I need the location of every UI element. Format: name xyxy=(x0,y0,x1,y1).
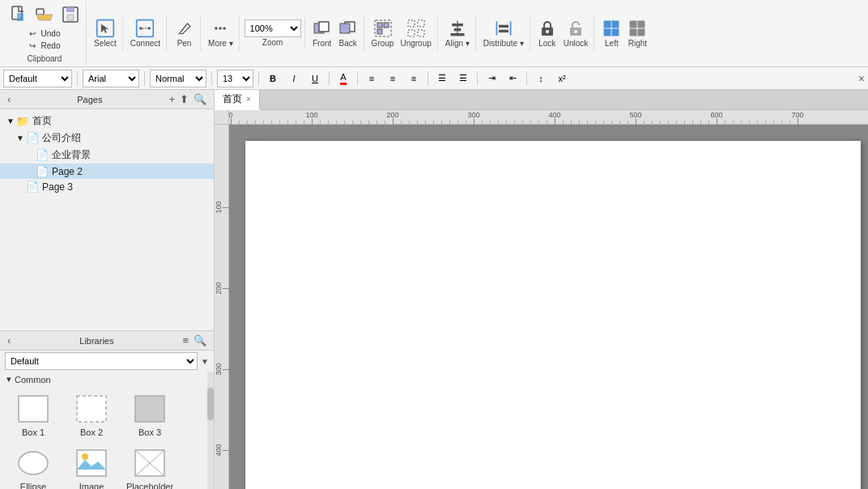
pages-collapse-icon[interactable]: ‹ xyxy=(5,92,13,106)
svg-rect-24 xyxy=(408,20,415,27)
separator4 xyxy=(258,71,259,86)
style-select[interactable]: Default xyxy=(3,70,72,87)
ungroup-button[interactable]: Ungroup xyxy=(398,17,433,49)
align-center-btn[interactable]: ≡ xyxy=(384,70,402,87)
page2-label: Page 2 xyxy=(52,166,83,177)
tree-item-home[interactable]: ▼ 📁 首页 xyxy=(0,113,214,130)
svg-marker-7 xyxy=(101,24,108,33)
style2-select[interactable]: Normal xyxy=(150,70,206,87)
lib-scrollbar-thumb[interactable] xyxy=(207,388,214,420)
front-back-group: Front Back xyxy=(307,15,364,51)
lib-scrollbar-track xyxy=(207,372,214,489)
outdent-btn[interactable]: ⇤ xyxy=(504,70,521,87)
unlock-button[interactable]: Unlock xyxy=(561,17,591,49)
lib-search-icon[interactable]: 🔍 xyxy=(191,334,209,347)
svg-rect-1 xyxy=(17,13,23,21)
more-group: More ▾ xyxy=(202,15,240,51)
group-button[interactable]: Group xyxy=(369,17,397,49)
pages-import-icon[interactable]: ⬆ xyxy=(177,92,191,106)
size-select[interactable]: 13 xyxy=(217,70,253,87)
common-section-header[interactable]: ▾ Common xyxy=(0,372,214,387)
svg-rect-50 xyxy=(77,450,106,476)
tree-item-page3[interactable]: 📄 Page 3 xyxy=(0,179,214,194)
align-button[interactable]: Align ▾ xyxy=(443,17,472,49)
libraries-header: ‹ Libraries ≡ 🔍 xyxy=(0,331,214,351)
canvas-container[interactable]: 0100200300400500600700 100200300400 xyxy=(215,110,868,489)
svg-rect-47 xyxy=(77,396,106,422)
lib-item-ellipse[interactable]: Ellipse xyxy=(6,444,60,489)
lock-button[interactable]: Lock xyxy=(535,17,560,49)
tree-item-intro[interactable]: ▼ 📄 公司介绍 xyxy=(0,130,214,147)
front-button[interactable]: Front xyxy=(310,17,334,49)
superscript-btn[interactable]: x² xyxy=(553,70,571,87)
lib-items-common: Box 1 Box 2 Box 3 xyxy=(0,387,214,489)
left-align-button[interactable]: Left xyxy=(599,17,623,49)
bold-button[interactable]: B xyxy=(264,70,282,87)
svg-rect-26 xyxy=(408,30,415,36)
font-color-button[interactable]: A xyxy=(334,70,352,87)
select-button[interactable]: Select xyxy=(91,17,119,49)
lib-item-box2[interactable]: Box 2 xyxy=(65,390,118,440)
distribute-icon xyxy=(494,19,513,38)
pen-button[interactable]: Pen xyxy=(172,17,197,49)
front-label: Front xyxy=(313,39,331,48)
new-button[interactable] xyxy=(6,3,31,26)
connect-button[interactable]: Connect xyxy=(128,17,163,49)
main-area: ‹ Pages + ⬆ 🔍 ▼ 📁 首页 ▼ 📄 xyxy=(0,90,868,489)
align-right-btn[interactable]: ≡ xyxy=(405,70,423,87)
box1-icon xyxy=(15,393,51,425)
svg-rect-29 xyxy=(452,23,463,26)
tree-item-page2[interactable]: 📄 Page 2 xyxy=(0,164,214,179)
canvas-area: 首页 × 0100200300400500600700 100200300400 xyxy=(215,90,868,489)
separator6 xyxy=(357,71,358,86)
lib-collapse-icon[interactable]: ‹ xyxy=(5,334,13,347)
tab-home[interactable]: 首页 × xyxy=(215,90,260,110)
spacing-btn[interactable]: ↕ xyxy=(532,70,550,87)
underline-button[interactable]: U xyxy=(306,70,324,87)
home-expand-arrow[interactable]: ▼ xyxy=(6,117,16,125)
pen-label: Pen xyxy=(177,39,192,48)
svg-rect-19 xyxy=(340,23,350,33)
box3-icon xyxy=(132,393,168,425)
back-button[interactable]: Back xyxy=(336,17,360,49)
lib-menu-icon[interactable]: ≡ xyxy=(180,334,191,347)
font-select[interactable]: Arial xyxy=(83,70,139,87)
format-bar-close[interactable]: × xyxy=(858,72,865,85)
italic-button[interactable]: I xyxy=(285,70,303,87)
open-button[interactable] xyxy=(32,3,57,26)
tree-item-background[interactable]: 📄 企业背景 xyxy=(0,147,214,164)
save-button[interactable] xyxy=(58,3,83,26)
lib-item-box1[interactable]: Box 1 xyxy=(6,390,60,440)
more-button[interactable]: More ▾ xyxy=(206,17,236,49)
lib-item-placeholder[interactable]: Placeholder xyxy=(123,444,177,489)
lib-dropdown-arrow-icon: ▼ xyxy=(201,357,209,366)
lib-item-box3[interactable]: Box 3 xyxy=(123,390,177,440)
right-align-button[interactable]: Right xyxy=(625,17,649,49)
undo-button[interactable]: ↩ Undo xyxy=(26,28,64,40)
list-btn[interactable]: ☰ xyxy=(433,70,451,87)
tab-close-icon[interactable]: × xyxy=(246,95,251,104)
lib-item-image[interactable]: Image xyxy=(65,444,118,489)
placeholder-icon xyxy=(132,447,168,479)
main-toolbar: ↩ Undo ↪ Redo Clipboard Select xyxy=(0,0,868,67)
pages-search-icon[interactable]: 🔍 xyxy=(191,92,209,106)
left-right-row: Left Right xyxy=(599,17,649,49)
list2-btn[interactable]: ☰ xyxy=(454,70,472,87)
pages-add-icon[interactable]: + xyxy=(166,92,177,106)
common-label: Common xyxy=(15,375,51,385)
distribute-button[interactable]: Distribute ▾ xyxy=(481,17,526,49)
lib-dropdown[interactable]: Default xyxy=(5,352,198,370)
front-icon xyxy=(313,19,332,38)
canvas-page[interactable] xyxy=(245,141,861,489)
lock-label: Lock xyxy=(538,39,555,48)
intro-expand-arrow[interactable]: ▼ xyxy=(16,134,26,142)
ungroup-label: Ungroup xyxy=(400,39,431,48)
zoom-label: Zoom xyxy=(262,38,283,47)
unlock-icon xyxy=(566,19,585,38)
indent-btn[interactable]: ⇥ xyxy=(483,70,500,87)
lib-scroll[interactable]: ▾ Common Box 1 xyxy=(0,372,214,489)
zoom-select[interactable]: 100% 75% 125% 150% xyxy=(245,19,301,37)
redo-button[interactable]: ↪ Redo xyxy=(26,40,64,52)
align-left-btn[interactable]: ≡ xyxy=(363,70,381,87)
lock-row: Lock Unlock xyxy=(535,17,591,49)
